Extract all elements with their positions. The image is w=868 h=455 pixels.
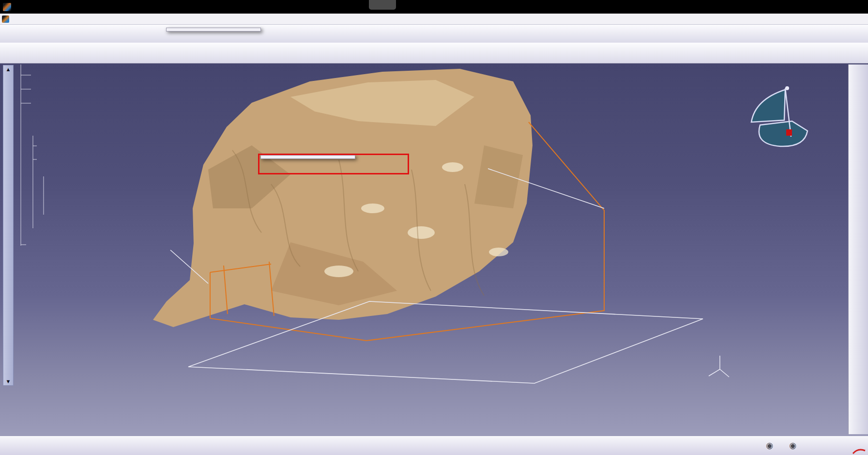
app-icon — [3, 3, 11, 11]
catia-logo — [852, 449, 867, 455]
insert-menu — [166, 28, 261, 31]
title-bar — [0, 0, 868, 14]
axis-triad — [709, 356, 729, 377]
scroll-up-icon[interactable]: ▲ — [3, 66, 13, 72]
catia-application-window: ▲ ▼ ◉ ◉ — [0, 0, 868, 455]
scroll-down-icon[interactable]: ▼ — [3, 378, 13, 384]
mesh-toolbar-row — [0, 24, 868, 43]
workbench-toolbar — [848, 64, 868, 434]
watermark-eye-icon: ◉ — [766, 440, 773, 451]
compass-origin-handle[interactable] — [786, 129, 792, 136]
3d-viewport[interactable]: ▲ ▼ — [0, 63, 868, 436]
restore-button[interactable] — [824, 0, 846, 14]
menu-bar — [0, 14, 868, 25]
graphic-properties-toolbar-row — [0, 43, 868, 63]
view-compass[interactable] — [751, 86, 807, 146]
document-icon[interactable] — [2, 16, 9, 23]
tree-scroll-strip[interactable]: ▲ ▼ — [3, 65, 14, 386]
titlebar-dropdown-button[interactable] — [369, 0, 396, 10]
close-button[interactable] — [846, 0, 868, 14]
standard-toolbar: ◉ ◉ — [0, 436, 868, 455]
tree-connectors — [0, 63, 194, 334]
watermark-eye-icon: ◉ — [789, 440, 796, 451]
mesh-submenu — [260, 155, 355, 159]
minimize-button[interactable] — [803, 0, 824, 14]
